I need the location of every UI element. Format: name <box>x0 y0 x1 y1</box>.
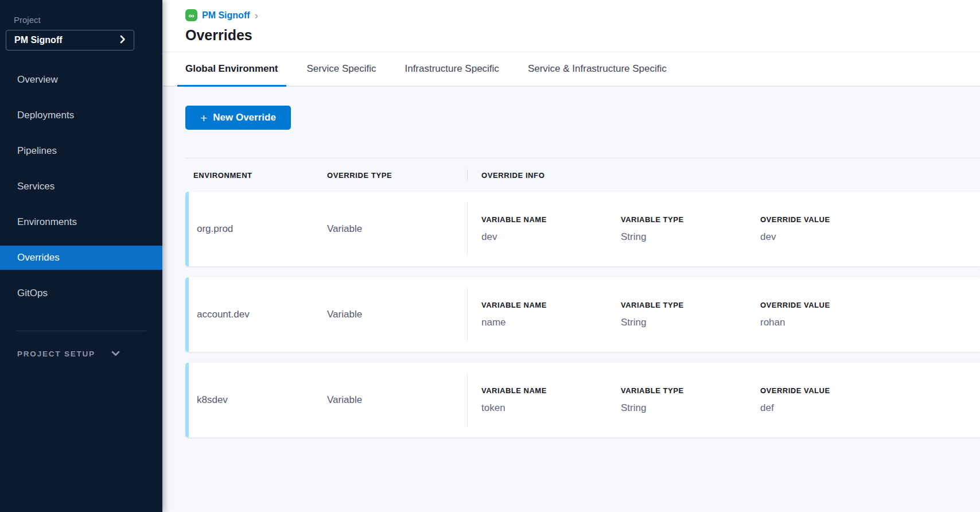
override-row-org-prod[interactable]: org.prod Variable VARIABLE NAME dev VARI… <box>185 192 980 266</box>
override-value-label: OVERRIDE VALUE <box>760 301 900 309</box>
tab-infrastructure-specific[interactable]: Infrastructure Specific <box>396 52 507 87</box>
variable-type-value: String <box>621 402 760 414</box>
override-value-label: OVERRIDE VALUE <box>760 386 900 395</box>
variable-name-label: VARIABLE NAME <box>481 301 621 309</box>
breadcrumb-project-link[interactable]: PM Signoff <box>202 10 250 21</box>
chevron-right-icon <box>120 35 126 46</box>
page-header: ∞ PM Signoff › Overrides <box>162 0 980 52</box>
page-title: Overrides <box>185 27 980 44</box>
row-override-type: Variable <box>327 223 467 235</box>
row-override-info: VARIABLE NAME dev VARIABLE TYPE String O… <box>468 215 900 243</box>
sidebar-nav-label: Overview <box>17 74 58 86</box>
row-environment: account.dev <box>189 309 327 320</box>
sidebar-nav-label: Environments <box>17 216 77 228</box>
override-value-label: OVERRIDE VALUE <box>760 215 900 224</box>
content-area: + New Override ENVIRONMENT OVERRIDE TYPE… <box>162 87 980 512</box>
variable-name-value: dev <box>481 231 621 243</box>
variable-type-value: String <box>621 231 760 243</box>
row-override-info: VARIABLE NAME name VARIABLE TYPE String … <box>468 301 900 328</box>
new-override-button[interactable]: + New Override <box>185 106 291 130</box>
sidebar-item-project-setup[interactable]: PROJECT SETUP <box>17 350 162 358</box>
variable-name-value: name <box>481 317 621 328</box>
sidebar-nav-label: Deployments <box>17 110 74 121</box>
row-environment: k8sdev <box>189 394 327 406</box>
breadcrumb: ∞ PM Signoff › <box>185 9 980 21</box>
tab-label: Infrastructure Specific <box>405 63 499 75</box>
override-value-value: rohan <box>760 317 900 328</box>
sidebar-nav-label: Services <box>17 181 55 192</box>
overrides-table: ENVIRONMENT OVERRIDE TYPE OVERRIDE INFO … <box>185 158 980 437</box>
variable-name-label: VARIABLE NAME <box>481 215 621 224</box>
row-environment: org.prod <box>189 223 327 235</box>
sidebar-nav-label: Pipelines <box>17 145 57 157</box>
breadcrumb-separator-icon: › <box>255 10 258 21</box>
variable-type-label: VARIABLE TYPE <box>621 386 760 395</box>
sidebar-item-gitops[interactable]: GitOps <box>0 281 162 305</box>
project-sidebar: Project PM Signoff Overview Deployments … <box>0 0 162 512</box>
column-header-override-type: OVERRIDE TYPE <box>327 171 467 180</box>
table-header-row: ENVIRONMENT OVERRIDE TYPE OVERRIDE INFO <box>185 158 980 192</box>
tab-global-environment[interactable]: Global Environment <box>177 52 286 87</box>
tab-label: Service & Infrastructure Specific <box>528 63 667 75</box>
chevron-down-icon <box>111 350 120 358</box>
main-area: ∞ PM Signoff › Overrides Global Environm… <box>162 0 980 512</box>
override-value-value: def <box>760 402 900 414</box>
variable-name-value: token <box>481 402 621 414</box>
tab-service-infrastructure-specific[interactable]: Service & Infrastructure Specific <box>520 52 675 87</box>
column-header-environment: ENVIRONMENT <box>185 171 327 180</box>
row-override-type: Variable <box>327 309 467 320</box>
project-label: Project <box>14 15 162 25</box>
tab-service-specific[interactable]: Service Specific <box>299 52 384 87</box>
sidebar-divider <box>16 331 146 331</box>
tab-label: Service Specific <box>307 63 376 75</box>
variable-type-value: String <box>621 317 760 328</box>
sidebar-item-overrides[interactable]: Overrides <box>0 246 162 270</box>
override-row-account-dev[interactable]: account.dev Variable VARIABLE NAME name … <box>185 277 980 352</box>
row-override-info: VARIABLE NAME token VARIABLE TYPE String… <box>468 386 900 414</box>
override-row-k8sdev[interactable]: k8sdev Variable VARIABLE NAME token VARI… <box>185 363 980 437</box>
variable-type-label: VARIABLE TYPE <box>621 215 760 224</box>
override-rows: org.prod Variable VARIABLE NAME dev VARI… <box>185 192 980 437</box>
plus-icon: + <box>200 112 207 124</box>
sidebar-nav-label: Overrides <box>17 252 60 263</box>
project-setup-label: PROJECT SETUP <box>17 350 95 358</box>
tab-label: Global Environment <box>185 63 278 75</box>
sidebar-nav: Overview Deployments Pipelines Services … <box>0 68 162 305</box>
sidebar-item-deployments[interactable]: Deployments <box>0 103 162 127</box>
variable-type-label: VARIABLE TYPE <box>621 301 760 309</box>
column-header-override-info: OVERRIDE INFO <box>468 171 545 180</box>
sidebar-nav-label: GitOps <box>17 288 48 299</box>
row-override-type: Variable <box>327 394 467 406</box>
project-selector-value: PM Signoff <box>14 35 63 45</box>
sidebar-item-overview[interactable]: Overview <box>0 68 162 92</box>
cd-module-icon: ∞ <box>185 9 197 21</box>
project-selector[interactable]: PM Signoff <box>6 30 134 51</box>
sidebar-item-pipelines[interactable]: Pipelines <box>0 139 162 163</box>
overrides-tabbar: Global Environment Service Specific Infr… <box>162 52 980 87</box>
sidebar-item-environments[interactable]: Environments <box>0 210 162 234</box>
new-override-label: New Override <box>213 112 276 123</box>
sidebar-item-services[interactable]: Services <box>0 174 162 199</box>
override-value-value: dev <box>760 231 900 243</box>
variable-name-label: VARIABLE NAME <box>481 386 621 395</box>
